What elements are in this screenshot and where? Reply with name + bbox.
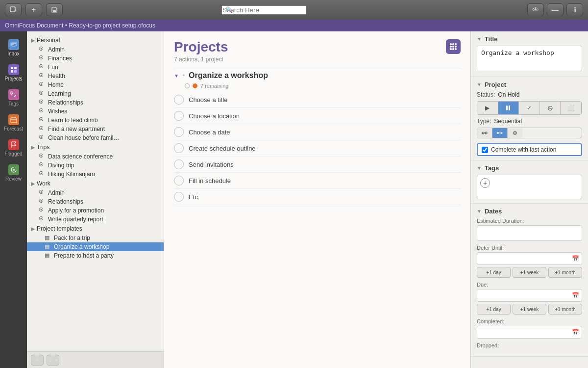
sidebar-item-health[interactable]: ⦿ Health xyxy=(27,72,164,80)
completed-field: Completed: 📅 xyxy=(477,318,582,339)
sidebar-item-clean-house[interactable]: ⦿ Clean house before famil… xyxy=(27,133,164,142)
due-plus1week-button[interactable]: +1 week xyxy=(513,304,546,315)
completed-input[interactable] xyxy=(477,326,582,339)
status-drop-button[interactable]: ⊖ xyxy=(540,102,561,114)
item-label: Find a new apartment xyxy=(48,126,105,132)
sidebar-item-data-science[interactable]: ⦿ Data science conference xyxy=(27,152,164,161)
status-flag-button[interactable]: ⬜ xyxy=(561,102,582,114)
task-complete-button[interactable] xyxy=(174,143,184,153)
title-textarea[interactable]: Organize a workshop xyxy=(477,46,582,71)
search-input[interactable] xyxy=(221,5,306,15)
group-personal[interactable]: ▶ Personal xyxy=(27,35,164,45)
task-complete-button[interactable] xyxy=(174,95,184,105)
sidebar-item-forecast[interactable]: Forecast xyxy=(2,111,25,134)
defer-plus1week-button[interactable]: +1 week xyxy=(513,267,546,278)
panel-dates-section: ▼ Dates Estimated Duration: Defer Until:… xyxy=(471,204,588,357)
panel-dates-header[interactable]: ▼ Dates xyxy=(477,208,582,215)
titlebar-text: OmniFocus Document • Ready-to-go project… xyxy=(5,22,155,29)
status-pause-button[interactable] xyxy=(498,102,519,114)
review-label: Review xyxy=(5,176,22,182)
task-complete-button[interactable] xyxy=(174,111,184,121)
projects-view-button[interactable] xyxy=(446,39,461,54)
sidebar-item-quarterly-report[interactable]: ⦿ Write quarterly report xyxy=(27,215,164,224)
type-auto-button[interactable] xyxy=(508,128,522,138)
sidebar-item-wishes[interactable]: ⦿ Wishes xyxy=(27,107,164,116)
view-button[interactable]: 👁 xyxy=(527,3,544,16)
sidebar-item-relationships-personal[interactable]: ⦿ Relationships xyxy=(27,98,164,107)
panel-project-header[interactable]: ▼ Project xyxy=(477,81,582,88)
status-play-button[interactable]: ▶ xyxy=(477,102,498,114)
settings-button[interactable]: ⚙ ▾ xyxy=(47,355,59,366)
sidebar-item-tags[interactable]: Tags xyxy=(2,86,25,109)
svg-point-9 xyxy=(13,169,15,171)
due-label: Due: xyxy=(477,282,582,288)
sidebar-item-apartment[interactable]: ⦿ Find a new apartment xyxy=(27,125,164,133)
defer-until-input-wrap: 📅 xyxy=(477,252,582,265)
sidebar-item-lead-climb[interactable]: ⦿ Learn to lead climb xyxy=(27,116,164,125)
sidebar-item-organize-workshop[interactable]: ▦ Organize a workshop xyxy=(27,242,164,251)
defer-plus1month-button[interactable]: +1 month xyxy=(548,267,582,278)
sidebar-icon-bar: Inbox Projects Tags Forecast xyxy=(0,31,27,368)
sidebar-item-pack-trip[interactable]: ▦ Pack for a trip xyxy=(27,234,164,242)
sidebar-item-kilimanjaro[interactable]: ⦿ Hiking Kilimanjaro xyxy=(27,170,164,179)
defer-until-label: Defer Until: xyxy=(477,245,582,251)
task-row: Create schedule outline xyxy=(174,140,461,157)
group-project-templates[interactable]: ▶ Project templates xyxy=(27,224,164,234)
sidebar-item-fun[interactable]: ⦿ Fun xyxy=(27,63,164,72)
sidebar-item-review[interactable]: Review xyxy=(2,161,25,184)
defer-plus1day-button[interactable]: +1 day xyxy=(477,267,511,278)
item-label: Finances xyxy=(48,55,72,62)
sidebar-item-flagged[interactable]: Flagged xyxy=(2,136,25,159)
estimated-duration-field: Estimated Duration: xyxy=(477,218,582,241)
task-complete-button[interactable] xyxy=(174,127,184,137)
multi-icon: ⦿ xyxy=(39,64,46,71)
multi-icon: ⦿ xyxy=(39,126,46,132)
panel-tags-header[interactable]: ▼ Tags xyxy=(477,164,582,172)
task-complete-button[interactable] xyxy=(174,192,184,202)
sidebar-item-diving[interactable]: ⦿ Diving trip xyxy=(27,161,164,170)
save-button[interactable] xyxy=(46,3,63,16)
collapse-button[interactable]: — xyxy=(547,3,564,16)
group-trips-label: Trips xyxy=(37,144,49,151)
task-complete-button[interactable] xyxy=(174,159,184,169)
forecast-icon xyxy=(8,114,19,125)
due-plus1month-button[interactable]: +1 month xyxy=(548,304,582,315)
sidebar-item-promotion[interactable]: ⦿ Apply for a promotion xyxy=(27,206,164,215)
add-tag-button[interactable]: + xyxy=(480,178,490,188)
folder-icon: ▶ xyxy=(31,37,35,44)
forecast-label: Forecast xyxy=(4,126,23,131)
type-sequential-button[interactable] xyxy=(492,128,508,138)
due-input[interactable] xyxy=(477,289,582,302)
sidebar-item-admin-personal[interactable]: ⦿ Admin xyxy=(27,45,164,54)
sidebar-item-inbox[interactable]: Inbox xyxy=(2,36,25,59)
multi-icon: ⦿ xyxy=(39,171,46,178)
group-trips[interactable]: ▶ Trips xyxy=(27,142,164,152)
sidebar-item-relationships-work[interactable]: ⦿ Relationships xyxy=(27,197,164,206)
sidebar-item-projects[interactable]: Projects xyxy=(2,61,25,84)
sidebar-item-learning[interactable]: ⦿ Learning xyxy=(27,89,164,98)
group-work[interactable]: ▶ Work xyxy=(27,179,164,188)
project-remaining: 7 remaining xyxy=(200,83,228,89)
add-window-button[interactable]: + xyxy=(5,3,22,16)
multi-icon: ⦿ xyxy=(39,134,46,141)
project-collapse-button[interactable]: ▼ xyxy=(174,73,179,79)
sidebar-item-finances[interactable]: ⦿ Finances xyxy=(27,54,164,63)
task-complete-button[interactable] xyxy=(174,176,184,185)
defer-until-input[interactable] xyxy=(477,252,582,265)
sidebar-bottom: + ⚙ ▾ xyxy=(27,351,164,368)
sidebar-item-admin-work[interactable]: ⦿ Admin xyxy=(27,188,164,197)
due-plus1day-button[interactable]: +1 day xyxy=(477,304,511,315)
sidebar-item-home[interactable]: ⦿ Home xyxy=(27,80,164,89)
svg-rect-3 xyxy=(11,67,13,69)
type-parallel-button[interactable] xyxy=(477,128,492,138)
complete-with-last-action-checkbox[interactable] xyxy=(482,147,488,153)
item-label: Wishes xyxy=(48,108,67,115)
estimated-duration-input[interactable] xyxy=(477,225,582,241)
new-tab-button[interactable]: + xyxy=(25,3,42,16)
panel-title-header[interactable]: ▼ Title xyxy=(477,35,582,43)
sidebar-item-host-party[interactable]: ▦ Prepare to host a party xyxy=(27,251,164,260)
status-check-button[interactable]: ✓ xyxy=(519,102,540,114)
add-item-button[interactable]: + xyxy=(31,355,44,366)
info-button[interactable]: ℹ xyxy=(566,3,583,16)
task-text: Etc. xyxy=(189,193,461,201)
